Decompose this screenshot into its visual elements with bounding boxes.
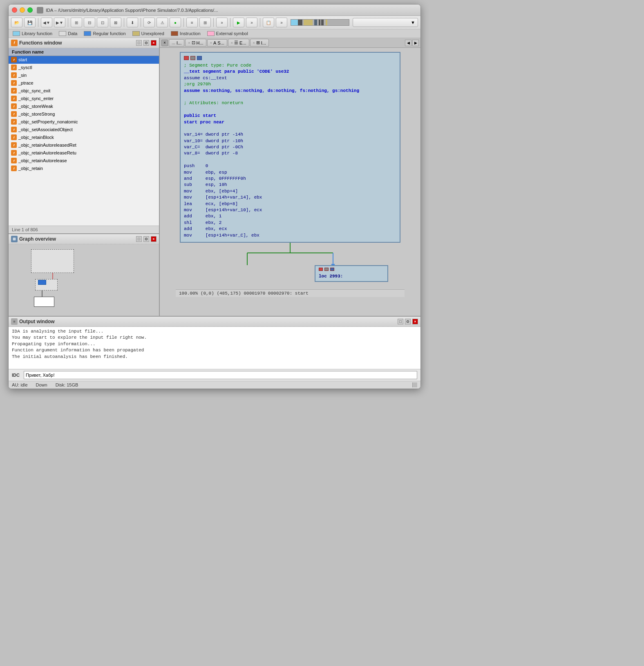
toolbar-btn-1[interactable]: ⊞	[71, 18, 82, 27]
tab-nav-prev[interactable]: ◀	[405, 40, 411, 46]
legend-bar: Library function Data Regular function U…	[9, 29, 420, 38]
toolbar-btn-3[interactable]: ⊡	[97, 18, 108, 27]
func-name: _sysctl	[18, 65, 32, 70]
function-item-sysctl[interactable]: f _sysctl	[9, 64, 159, 72]
output-content[interactable]: IDA is analysing the input file... You m…	[9, 327, 420, 369]
code-view[interactable]: ; Segment type: Pure code __text segment…	[160, 48, 420, 316]
func-name: _sin	[18, 73, 27, 78]
legend-instruction: Instruction	[171, 31, 201, 36]
func-name: _objc_sync_exit	[18, 88, 50, 93]
function-item-objc-store-strong[interactable]: f _objc_storeStrong	[9, 110, 159, 118]
tab-close-s[interactable]: ×	[210, 41, 212, 45]
toolbar-sep-5	[183, 18, 184, 27]
legend-external: External symbol	[207, 31, 248, 36]
legend-library: Library function	[13, 31, 52, 36]
main-window: IDA – /Users/dmitriy/Library/Application…	[8, 4, 421, 389]
detach-graph-btn[interactable]: ⊙	[143, 236, 149, 242]
toolbar-btn-warn[interactable]: ⚠	[157, 18, 168, 27]
maximize-button[interactable]	[27, 7, 33, 13]
panel-controls: □ ⊙ ×	[136, 40, 157, 46]
toolbar-btn-clipboard[interactable]: 📋	[263, 18, 274, 27]
restore-output-btn[interactable]: □	[398, 319, 403, 324]
function-item-start[interactable]: f start	[9, 56, 159, 64]
legend-regular: Regular function	[84, 31, 125, 36]
close-graph-btn[interactable]: ×	[151, 236, 157, 242]
func-name: _objc_retainAutorelease	[18, 158, 67, 163]
tab-i2[interactable]: × ⊞ I...	[250, 39, 269, 47]
code-line-17: push 0	[184, 163, 396, 169]
toolbar-btn-forward[interactable]: ▶▼	[54, 18, 65, 27]
minimize-button[interactable]	[20, 7, 25, 13]
mini-code-block[interactable]: loc 2993:	[315, 265, 388, 282]
code-line-10: start proc near	[184, 119, 396, 125]
toolbar-btn-down[interactable]: ⬇	[127, 18, 138, 27]
func-name: _objc_retainAutoreleaseRetu	[18, 150, 76, 155]
dropdown-arrow: ▼	[411, 20, 415, 25]
function-item-sin[interactable]: f _sin	[9, 72, 159, 79]
main-layout: f Functions window □ ⊙ × Function name f	[9, 38, 420, 316]
function-item-objc-retain-ar3[interactable]: f _objc_retainAutorelease	[9, 157, 159, 165]
tab-e[interactable]: × ☰ E...	[228, 39, 249, 47]
code-block-header	[184, 56, 396, 60]
func-name: _objc_storeStrong	[18, 112, 55, 116]
function-item-objc-sync-enter[interactable]: f _objc_sync_enter	[9, 95, 159, 103]
toolbar-btn-run2[interactable]: »	[246, 18, 257, 27]
close-panel-btn[interactable]: ×	[151, 40, 157, 46]
graph-canvas[interactable]	[9, 244, 159, 316]
function-item-objc-retain-ar2[interactable]: f _objc_retainAutoreleaseRetu	[9, 149, 159, 157]
search-dropdown[interactable]: ▼	[353, 18, 418, 27]
left-panel: f Functions window □ ⊙ × Function name f	[9, 38, 160, 316]
toolbar-btn-code[interactable]: ≡	[186, 18, 198, 27]
function-item-objc-sync-exit[interactable]: f _objc_sync_exit	[9, 87, 159, 95]
tab-s[interactable]: × A S...	[207, 39, 227, 47]
function-item-ptrace[interactable]: f _ptrace	[9, 79, 159, 87]
detach-panel-btn[interactable]: ⊙	[143, 40, 149, 46]
line-count: Line 1 of 806	[9, 226, 159, 233]
toolbar-btn-2[interactable]: ⊟	[84, 18, 95, 27]
tab-close-i2[interactable]: ×	[253, 41, 255, 45]
toolbar-btn-save[interactable]: 💾	[24, 18, 36, 27]
function-list[interactable]: f start f _sysctl f _sin f _ptrace	[9, 56, 159, 226]
function-item-objc-retain-ar1[interactable]: f _objc_retainAutoreleasedRet	[9, 141, 159, 149]
idc-label: IDC	[12, 373, 20, 378]
tab-nav-next[interactable]: ▶	[412, 40, 419, 46]
graph-icon: ⊞	[11, 236, 18, 242]
close-all-tabs-btn[interactable]: ×	[161, 40, 168, 46]
toolbar-btn-end[interactable]: »	[276, 18, 287, 27]
function-item-objc-retain[interactable]: f _objc_retain	[9, 165, 159, 172]
function-item-objc-store-weak[interactable]: f _objc_storeWeak	[9, 103, 159, 110]
output-panel-controls: □ ⊙ ×	[398, 319, 418, 324]
legend-unexplored: Unexplored	[132, 31, 164, 36]
toolbar-btn-green[interactable]: ●	[170, 18, 181, 27]
toolbar-btn-open[interactable]: 📂	[11, 18, 22, 27]
close-button[interactable]	[12, 7, 17, 13]
function-item-objc-retain-block[interactable]: f _objc_retainBlock	[9, 134, 159, 141]
close-output-btn[interactable]: ×	[412, 319, 418, 324]
code-line-21: mov ebx, [ebp+4]	[184, 188, 396, 194]
code-line-5: assume ss:nothing, ss:nothing, ds:nothin…	[184, 88, 396, 94]
tab-close-e[interactable]: ×	[231, 41, 233, 45]
toolbar-btn-refresh[interactable]: ⟳	[143, 18, 155, 27]
main-code-block[interactable]: ; Segment type: Pure code __text segment…	[180, 52, 400, 243]
idc-input[interactable]	[24, 371, 417, 379]
toolbar-btn-back[interactable]: ◀▼	[41, 18, 52, 27]
graph-overview-header: ⊞ Graph overview □ ⊙ ×	[9, 234, 159, 244]
minimize-panel-btn[interactable]: □	[136, 40, 142, 46]
code-line-4: ;org 2970h	[184, 81, 396, 87]
code-line-22: mov [esp+14h+var_14], ebx	[184, 194, 396, 201]
tab-h[interactable]: × ⊡ H...	[185, 39, 206, 47]
func-icon: f	[11, 103, 17, 109]
toolbar-sep-3	[124, 18, 124, 27]
tab-close-h[interactable]: ×	[188, 41, 190, 45]
toolbar-btn-4[interactable]: ⊠	[110, 18, 121, 27]
minimize-graph-btn[interactable]: □	[136, 236, 142, 242]
toolbar-btn-more[interactable]: »	[216, 18, 228, 27]
status-bar: 100.00% (0,0) (485,175) 00001970 0000297…	[176, 289, 405, 297]
toolbar-btn-asm[interactable]: ⊞	[199, 18, 211, 27]
func-icon: f	[11, 158, 17, 163]
detach-output-btn[interactable]: ⊙	[405, 319, 411, 324]
function-item-objc-setprop[interactable]: f _objc_setProperty_nonatomic	[9, 118, 159, 126]
toolbar-btn-run[interactable]: ▶	[233, 18, 244, 27]
function-item-objc-setassoc[interactable]: f _objc_setAssociatedObject	[9, 126, 159, 134]
tab-i1[interactable]: … I...	[169, 39, 184, 47]
